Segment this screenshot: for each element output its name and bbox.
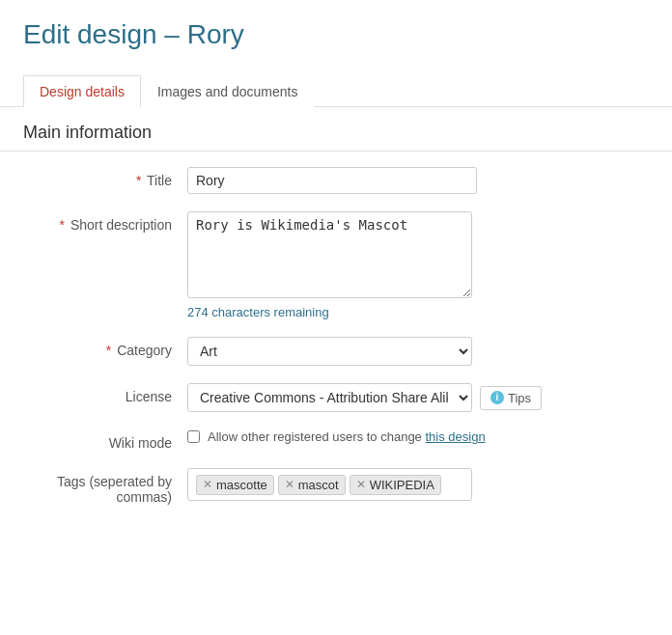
wiki-mode-label: Wiki mode: [23, 429, 187, 451]
category-label: * Category: [23, 337, 187, 358]
category-control: Art Design Photography Technology: [187, 337, 649, 366]
wiki-mode-link[interactable]: this design: [425, 429, 485, 444]
title-label: * Title: [23, 167, 187, 188]
wiki-mode-row: Wiki mode Allow other registered users t…: [23, 429, 649, 451]
tag-wikipedia: ✕ WIKIPEDIA: [350, 475, 441, 495]
wiki-mode-control: Allow other registered users to change t…: [187, 429, 649, 444]
form: * Title * Short description Rory is Wiki…: [0, 155, 672, 541]
tag-mascot-remove[interactable]: ✕: [285, 479, 294, 490]
tab-images-documents[interactable]: Images and documents: [141, 75, 315, 107]
page-title: Edit design – Rory: [23, 19, 649, 50]
title-control: [187, 167, 649, 194]
category-row: * Category Art Design Photography Techno…: [23, 337, 649, 366]
title-row: * Title: [23, 167, 649, 194]
short-description-input[interactable]: Rory is Wikimedia's Mascot: [187, 211, 472, 298]
tips-button[interactable]: i Tips: [480, 386, 542, 410]
section-title: Main information: [0, 107, 672, 151]
tab-design-details[interactable]: Design details: [23, 75, 141, 107]
divider: [0, 151, 672, 152]
tag-mascotte-label: mascotte: [216, 478, 267, 492]
short-description-row: * Short description Rory is Wikimedia's …: [23, 211, 649, 319]
short-description-control: Rory is Wikimedia's Mascot 274 character…: [187, 211, 649, 319]
tag-mascot: ✕ mascot: [278, 475, 346, 495]
license-row: License Creative Commons - Attribution S…: [23, 383, 649, 412]
wiki-mode-text: Allow other registered users to change t…: [208, 429, 486, 444]
short-description-label: * Short description: [23, 211, 187, 233]
license-label: License: [23, 383, 187, 404]
tag-wikipedia-label: WIKIPEDIA: [370, 478, 434, 492]
wiki-mode-controls: Allow other registered users to change t…: [187, 429, 649, 444]
license-control: Creative Commons - Attribution Share Ali…: [187, 383, 649, 412]
tags-label: Tags (seperated by commas): [23, 468, 187, 505]
tags-container[interactable]: ✕ mascotte ✕ mascot ✕ WIKIPEDIA: [187, 468, 472, 501]
license-controls: Creative Commons - Attribution Share Ali…: [187, 383, 649, 412]
category-select[interactable]: Art Design Photography Technology: [187, 337, 472, 366]
title-input[interactable]: [187, 167, 477, 194]
tags-control: ✕ mascotte ✕ mascot ✕ WIKIPEDIA: [187, 468, 649, 501]
wiki-mode-checkbox[interactable]: [187, 430, 200, 443]
tabs-container: Design details Images and documents: [0, 75, 672, 107]
required-marker-2: *: [60, 217, 65, 233]
char-remaining: 274 characters remaining: [187, 305, 649, 319]
tag-wikipedia-remove[interactable]: ✕: [356, 479, 366, 490]
tag-mascot-label: mascot: [298, 478, 339, 492]
tags-row: Tags (seperated by commas) ✕ mascotte ✕ …: [23, 468, 649, 505]
required-marker-3: *: [106, 343, 111, 358]
tag-mascotte: ✕ mascotte: [196, 475, 274, 495]
license-select[interactable]: Creative Commons - Attribution Share Ali…: [187, 383, 472, 412]
tag-mascotte-remove[interactable]: ✕: [203, 479, 212, 490]
info-icon: i: [490, 391, 504, 404]
page-header: Edit design – Rory: [0, 0, 672, 66]
required-marker: *: [136, 173, 141, 188]
